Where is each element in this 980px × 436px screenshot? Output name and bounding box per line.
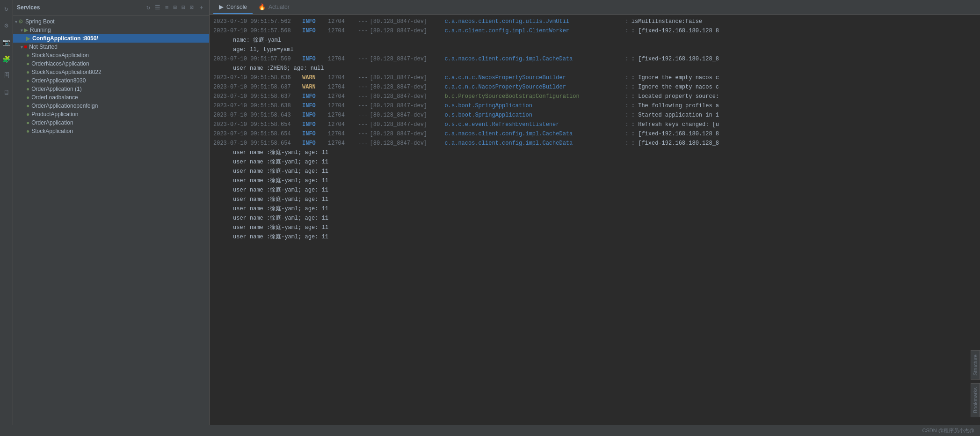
service-icon: ● bbox=[26, 77, 29, 84]
tree-item-order-loadbalance[interactable]: ● OrderLoadbalance bbox=[13, 93, 209, 102]
service-icon: ● bbox=[26, 111, 29, 118]
log-entry: 2023-07-10 09:51:58.638 INFO 12704 --- [… bbox=[210, 101, 980, 111]
group-tool-btn[interactable]: ☰ bbox=[154, 3, 161, 12]
console-tab-label: Console bbox=[226, 4, 247, 10]
log-entry: 2023-07-10 09:51:57.562 INFO 12704 --- [… bbox=[210, 17, 980, 26]
log-plain-entry: user name :徐庭-yaml; age: 11 bbox=[210, 167, 980, 176]
tabs-bar: ▶ Console 🔥 Actuator bbox=[210, 0, 980, 15]
log-entry: 2023-07-10 09:51:58.637 WARN 12704 --- [… bbox=[210, 82, 980, 92]
log-plain-entry: age: 11, type=yaml bbox=[210, 45, 980, 54]
tree-item-stock-nacos-8022[interactable]: ● StockNacosApplication8022 bbox=[13, 68, 209, 76]
services-toolbar: ↻ ☰ ≡ ⊞ ⊟ ⊠ ＋ bbox=[145, 3, 205, 12]
service-icon: ● bbox=[26, 52, 29, 59]
log-plain-entry: user name :徐庭-yaml; age: 11 bbox=[210, 214, 980, 223]
log-plain-entry: user name :徐庭-yaml; age: 11 bbox=[210, 157, 980, 167]
service-icon: ● bbox=[26, 103, 29, 109]
log-entry: 2023-07-10 09:51:58.654 INFO 12704 --- [… bbox=[210, 129, 980, 139]
log-entry: 2023-07-10 09:51:58.643 INFO 12704 --- [… bbox=[210, 111, 980, 120]
log-entry: 2023-07-10 09:51:58.637 INFO 12704 --- [… bbox=[210, 92, 980, 101]
tab-console[interactable]: ▶ Console bbox=[213, 0, 253, 14]
log-entry: 2023-07-10 09:51:58.636 WARN 12704 --- [… bbox=[210, 73, 980, 82]
running-label: Running bbox=[30, 27, 51, 33]
services-header: Services ↻ ☰ ≡ ⊞ ⊟ ⊠ ＋ bbox=[13, 0, 209, 15]
run-icon: ▶ bbox=[24, 27, 28, 33]
stop-icon: ■ bbox=[24, 44, 27, 50]
filter3-tool-btn[interactable]: ⊠ bbox=[189, 3, 195, 12]
service-icon: ● bbox=[26, 69, 29, 75]
log-plain-entry: user name :徐庭-yaml; age: 11 bbox=[210, 204, 980, 214]
run-green-icon: ▶ bbox=[26, 35, 30, 42]
tree-item-order-app[interactable]: ● OrderApplication bbox=[13, 118, 209, 127]
log-plain-entry: user name :徐庭-yaml; age: 11 bbox=[210, 232, 980, 242]
tree-item-order-nacos[interactable]: ● OrderNacosApplication bbox=[13, 59, 209, 68]
tree-item-product-app[interactable]: ● ProductApplication bbox=[13, 110, 209, 118]
right-panel: ▶ Console 🔥 Actuator 2023-07-10 09:51:57… bbox=[210, 0, 980, 436]
log-entry: 2023-07-10 09:51:58.654 INFO 12704 --- [… bbox=[210, 139, 980, 148]
plugin-icon[interactable]: 🧩 bbox=[2, 54, 11, 64]
log-entry: 2023-07-10 09:51:58.654 INFO 12704 --- [… bbox=[210, 120, 980, 129]
services-panel: Services ↻ ☰ ≡ ⊞ ⊟ ⊠ ＋ ▾ ⚙ Spring Boot ▾… bbox=[13, 0, 210, 436]
spring-boot-label: Spring Boot bbox=[25, 18, 55, 25]
chevron-down-icon: ▾ bbox=[21, 44, 23, 50]
refresh-icon[interactable]: ↻ bbox=[2, 4, 11, 13]
order-app-label: OrderApplication bbox=[31, 119, 73, 126]
tree-item-stock-nacos[interactable]: ● StockNacosApplication bbox=[13, 51, 209, 59]
log-entry: 2023-07-10 09:51:57.569 INFO 12704 --- [… bbox=[210, 54, 980, 64]
chevron-down-icon: ▾ bbox=[21, 28, 23, 33]
refresh-tool-btn[interactable]: ↻ bbox=[145, 3, 151, 12]
stock-nacos-label: StockNacosApplication bbox=[31, 52, 89, 59]
actuator-tab-label: Actuator bbox=[269, 4, 290, 10]
stock-app-label: StockApplication bbox=[31, 128, 73, 134]
log-plain-entry: user name :ZHENG; age: null bbox=[210, 64, 980, 73]
chevron-down-icon: ▾ bbox=[15, 19, 17, 24]
tree-item-not-started[interactable]: ▾ ■ Not Started bbox=[13, 43, 209, 51]
tree-item-stock-app[interactable]: ● StockApplication bbox=[13, 127, 209, 135]
not-started-label: Not Started bbox=[29, 44, 58, 50]
settings-icon[interactable]: ⚙ bbox=[2, 21, 11, 30]
service-icon: ● bbox=[26, 128, 29, 134]
ungroup-tool-btn[interactable]: ≡ bbox=[164, 4, 170, 12]
bottom-bar: CSDN @程序员小杰@ bbox=[0, 425, 980, 436]
log-plain-entry: user name :徐庭-yaml; age: 11 bbox=[210, 195, 980, 204]
filter2-tool-btn[interactable]: ⊟ bbox=[181, 3, 186, 12]
left-icon-strip: ↻ ⚙ 📷 🧩 🗄 🖥 bbox=[0, 0, 13, 436]
stock-nacos-8022-label: StockNacosApplication8022 bbox=[31, 69, 101, 75]
console-tab-icon: ▶ bbox=[219, 3, 224, 10]
bookmarks-tab[interactable]: Bookmarks bbox=[971, 383, 980, 417]
product-app-label: ProductApplication bbox=[31, 111, 78, 118]
order-app-8030-label: OrderApplication8030 bbox=[31, 77, 86, 84]
camera-icon[interactable]: 📷 bbox=[2, 37, 11, 47]
service-icon: ● bbox=[26, 94, 29, 101]
structure-tab[interactable]: Structure bbox=[971, 350, 980, 380]
services-title: Services bbox=[17, 4, 40, 11]
database-icon[interactable]: 🗄 bbox=[2, 71, 11, 81]
log-plain-entry: user name :徐庭-yaml; age: 11 bbox=[210, 148, 980, 157]
spring-icon: ⚙ bbox=[18, 18, 23, 25]
log-plain-entry: user name :徐庭-yaml; age: 11 bbox=[210, 176, 980, 185]
filter1-tool-btn[interactable]: ⊞ bbox=[173, 3, 178, 12]
tree-item-config-app[interactable]: ▶ ConfigApplication :8050/ bbox=[13, 34, 209, 43]
service-icon: ● bbox=[26, 60, 29, 67]
log-area[interactable]: 2023-07-10 09:51:57.562 INFO 12704 --- [… bbox=[210, 15, 980, 436]
tree-item-order-app-1[interactable]: ● OrderApplication (1) bbox=[13, 85, 209, 93]
service-icon: ● bbox=[26, 119, 29, 126]
tree-item-running[interactable]: ▾ ▶ Running bbox=[13, 26, 209, 34]
log-plain-entry: user name :徐庭-yaml; age: 11 bbox=[210, 185, 980, 195]
tree-item-spring-boot[interactable]: ▾ ⚙ Spring Boot bbox=[13, 17, 209, 26]
actuator-tab-icon: 🔥 bbox=[258, 3, 266, 10]
services-tree: ▾ ⚙ Spring Boot ▾ ▶ Running ▶ ConfigAppl… bbox=[13, 15, 209, 436]
add-tool-btn[interactable]: ＋ bbox=[197, 3, 205, 12]
config-app-label: ConfigApplication :8050/ bbox=[32, 35, 98, 42]
tree-item-order-app-8030[interactable]: ● OrderApplication8030 bbox=[13, 76, 209, 85]
tab-actuator[interactable]: 🔥 Actuator bbox=[253, 0, 295, 14]
log-plain-entry: name: 徐庭-yaml bbox=[210, 36, 980, 45]
order-loadbalance-label: OrderLoadbalance bbox=[31, 94, 78, 101]
order-nacos-label: OrderNacosApplication bbox=[31, 60, 89, 67]
order-app-1-label: OrderApplication (1) bbox=[31, 86, 81, 92]
monitor-icon[interactable]: 🖥 bbox=[2, 88, 11, 97]
log-plain-entry: user name :徐庭-yaml; age: 11 bbox=[210, 223, 980, 232]
order-openfeign-label: OrderApplicationopenfeign bbox=[31, 103, 98, 109]
service-icon: ● bbox=[26, 86, 29, 92]
watermark-text: CSDN @程序员小杰@ bbox=[922, 427, 974, 434]
tree-item-order-openfeign[interactable]: ● OrderApplicationopenfeign bbox=[13, 102, 209, 110]
